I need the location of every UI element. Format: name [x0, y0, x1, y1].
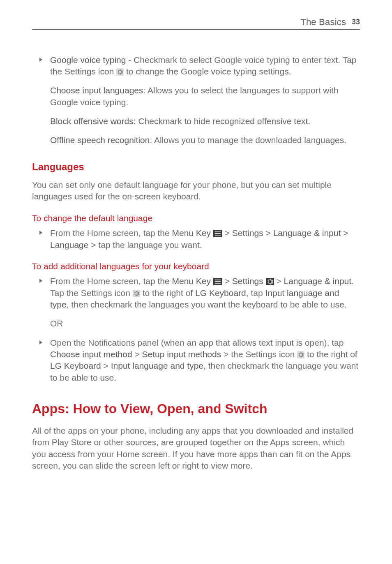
- al1-settings: Settings: [232, 276, 263, 286]
- cdl-gt3: >: [341, 228, 348, 238]
- al2-cim: Choose input method: [50, 349, 132, 359]
- cdl-gt2: >: [263, 228, 273, 238]
- header-section-title: The Basics: [300, 17, 346, 27]
- cdl-menukey: Menu Key: [172, 228, 211, 238]
- add-languages-step-2: Open the Notifications panel (when an ap…: [32, 337, 360, 384]
- offline-speech-recognition: Offline speech recognition: Allows you t…: [32, 134, 360, 146]
- languages-intro: You can set only one default language fo…: [32, 179, 360, 203]
- al1-gt2: >: [274, 276, 284, 286]
- menu-key-icon: [213, 278, 222, 285]
- al1-rest: , then checkmark the languages you want …: [67, 300, 347, 309]
- page-header: The Basics 33: [32, 16, 360, 30]
- al1-langinput: Language & input: [284, 276, 351, 286]
- settings-gear-icon: [133, 290, 140, 297]
- add-languages-step-1: From the Home screen, tap the Menu Key >…: [32, 275, 360, 310]
- cdl-language: Language: [50, 240, 88, 250]
- settings-gear-icon: [297, 351, 304, 358]
- change-default-language-heading: To change the default language: [32, 213, 360, 224]
- al2-gt2: > the Settings icon: [221, 349, 297, 359]
- settings-gear-icon: [116, 68, 124, 76]
- apps-heading: Apps: How to View, Open, and Switch: [32, 400, 360, 418]
- al2-lgk: LG Keyboard: [50, 361, 101, 370]
- al2-gt3: >: [101, 361, 111, 370]
- menu-key-icon: [213, 230, 222, 237]
- choose-input-languages: Choose input languages: Allows you to se…: [32, 85, 360, 108]
- header-page-number: 33: [352, 18, 360, 26]
- bullet-triangle-icon: [39, 58, 42, 62]
- osr-label: Offline speech recognition: [50, 135, 150, 145]
- change-default-language-step: From the Home screen, tap the Menu Key >…: [32, 227, 360, 251]
- osr-text: : Allows you to manage the downloaded la…: [150, 135, 346, 145]
- al1-lgk: LG Keyboard: [195, 288, 246, 298]
- al2-post1: to the right of: [304, 349, 357, 359]
- al1-pre: From the Home screen, tap the: [50, 276, 172, 286]
- bullet-google-voice-typing: Google voice typing - Checkmark to selec…: [32, 54, 360, 78]
- al2-pre: Open the Notifications panel (when an ap…: [50, 338, 344, 347]
- page: The Basics 33 Google voice typing - Chec…: [0, 0, 392, 472]
- bow-label: Block offensive words: [50, 116, 134, 126]
- or-separator: OR: [32, 318, 360, 329]
- languages-heading: Languages: [32, 160, 360, 173]
- al1-menukey: Menu Key: [172, 276, 211, 286]
- al2-gt1: >: [132, 349, 142, 359]
- cil-label: Choose input languages: [50, 86, 143, 95]
- al2-sim: Setup input methods: [142, 349, 221, 359]
- gvt-text-post: to change the Google voice typing settin…: [124, 67, 291, 76]
- al2-ilt: Input language and type: [111, 361, 203, 370]
- cdl-settings: Settings: [232, 228, 263, 238]
- al1-then: , tap: [246, 288, 265, 298]
- settings-gear-dark-icon: [266, 278, 274, 285]
- add-languages-heading: To add additional languages for your key…: [32, 261, 360, 272]
- bullet-triangle-icon: [39, 340, 42, 344]
- cdl-pre: From the Home screen, tap the: [50, 228, 172, 238]
- bow-text: : Checkmark to hide recognized offensive…: [134, 116, 310, 126]
- bullet-triangle-icon: [39, 231, 42, 235]
- apps-intro: All of the apps on your phone, including…: [32, 425, 360, 472]
- cdl-post: > tap the language you want.: [88, 240, 202, 250]
- al1-gt1: >: [222, 276, 232, 286]
- al1-tap-post: to the right of: [140, 288, 195, 298]
- cdl-langinput: Language & input: [273, 228, 341, 238]
- block-offensive-words: Block offensive words: Checkmark to hide…: [32, 116, 360, 127]
- bullet-triangle-icon: [39, 279, 42, 283]
- gvt-label: Google voice typing: [50, 55, 126, 65]
- cdl-gt1: >: [222, 228, 232, 238]
